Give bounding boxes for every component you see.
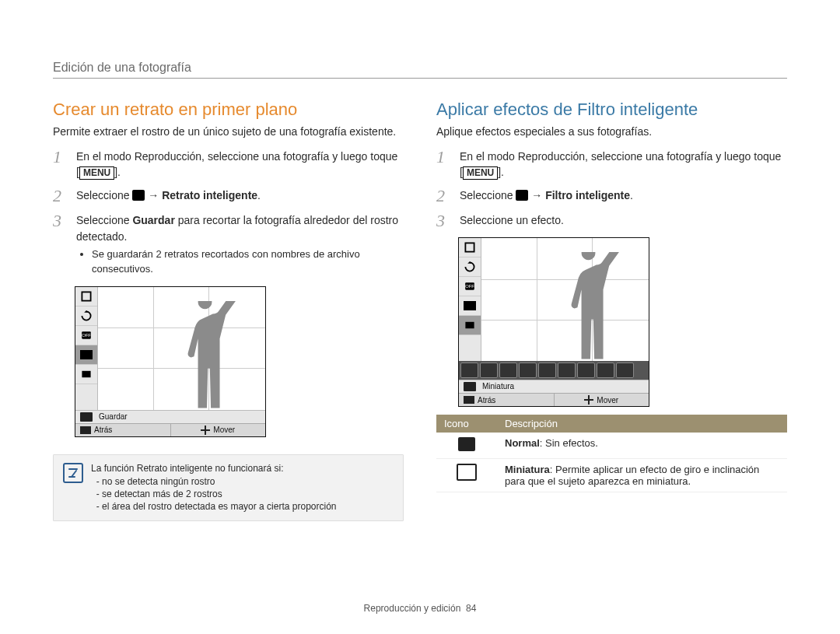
- th-icono: Icono: [436, 415, 497, 433]
- right-steps: 1 En el modo Reproducción, seleccione un…: [436, 149, 787, 230]
- step-body: Seleccione → Retrato inteligente.: [76, 187, 404, 205]
- step-body: En el modo Reproducción, seleccione una …: [460, 149, 787, 180]
- step-number: 1: [53, 149, 67, 180]
- menu-icon: [464, 396, 474, 404]
- step-body: En el modo Reproducción, seleccione una …: [76, 149, 404, 180]
- menu-label: MENU: [79, 166, 114, 179]
- edit-tool-icon: [132, 190, 145, 201]
- camera-status-bar: Atrás Mover: [459, 393, 649, 406]
- save-row-icon: [80, 412, 93, 422]
- person-silhouette-icon: [177, 301, 237, 410]
- left-steps: 1 En el modo Reproducción, seleccione un…: [53, 149, 404, 278]
- person-silhouette-icon: [560, 252, 621, 361]
- svg-rect-4: [82, 371, 90, 377]
- edit-tool-icon: [516, 190, 528, 201]
- rotate-icon: [75, 306, 97, 326]
- svg-rect-0: [82, 292, 90, 300]
- right-column: Aplicar efectos de Filtro inteligente Ap…: [436, 100, 787, 521]
- page-footer: Reproducción y edición 84: [0, 603, 840, 614]
- svg-text:OFF: OFF: [465, 285, 474, 289]
- step-number: 1: [436, 149, 450, 180]
- note-icon: [63, 463, 83, 483]
- camera-label-row: Miniatura: [459, 380, 649, 393]
- filter-icon: [75, 365, 97, 384]
- portrait-icon: [75, 345, 97, 365]
- portrait-icon: [459, 296, 481, 316]
- step-body: Seleccione → Filtro inteligente.: [460, 187, 787, 205]
- menu-icon: [80, 426, 91, 434]
- off-icon: OFF: [75, 326, 97, 345]
- step-sublist: Se guardarán 2 retratos recortados con n…: [92, 247, 404, 277]
- svg-rect-9: [465, 322, 474, 328]
- camera-canvas: [98, 287, 265, 410]
- miniature-effect-icon: [457, 464, 477, 481]
- svg-text:OFF: OFF: [82, 333, 91, 338]
- dpad-icon: [201, 426, 210, 435]
- crop-icon: [75, 287, 97, 306]
- step-number: 3: [436, 212, 450, 229]
- rotate-icon: [459, 257, 481, 277]
- camera-label-row: Guardar: [75, 410, 265, 423]
- normal-effect-icon: [458, 437, 475, 451]
- left-title: Crear un retrato en primer plano: [53, 100, 404, 120]
- note-list: no se detecta ningún rostro se detectan …: [91, 475, 337, 513]
- left-column: Crear un retrato en primer plano Permite…: [53, 100, 404, 521]
- dpad-icon: [584, 395, 593, 405]
- right-lead: Aplique efectos especiales a sus fotogra…: [436, 124, 787, 139]
- icon-description-table: Icono Descripción Normal: Sin efectos. M…: [436, 415, 787, 492]
- step-number: 3: [53, 212, 67, 278]
- camera-screenshot-right: OFF Miniatura: [458, 237, 649, 407]
- camera-icon-bar: [459, 361, 649, 380]
- breadcrumb: Edición de una fotografía: [53, 61, 191, 75]
- off-icon: OFF: [459, 277, 481, 296]
- camera-status-bar: Atrás Mover: [75, 423, 265, 436]
- step-number: 2: [53, 187, 67, 205]
- svg-rect-5: [465, 243, 474, 252]
- step-number: 2: [436, 187, 450, 205]
- right-title: Aplicar efectos de Filtro inteligente: [436, 100, 787, 120]
- left-lead: Permite extraer el rostro de un único su…: [53, 124, 404, 139]
- breadcrumb-rule: [53, 78, 787, 79]
- camera-sidebar: OFF: [75, 287, 98, 410]
- menu-label: MENU: [463, 166, 498, 179]
- table-row: Normal: Sin efectos.: [436, 433, 787, 459]
- crop-icon: [459, 238, 481, 257]
- note-box: La función Retrato inteligente no funcio…: [53, 454, 404, 522]
- step-body: Seleccione un efecto.: [460, 212, 787, 229]
- note-lead: La función Retrato inteligente no funcio…: [91, 463, 337, 474]
- miniature-row-icon: [464, 382, 476, 391]
- th-descripcion: Descripción: [497, 415, 787, 433]
- filter-icon: [459, 316, 481, 335]
- camera-sidebar: OFF: [459, 238, 481, 361]
- camera-screenshot-left: OFF Guardar Atrás Mover: [75, 286, 266, 437]
- table-row: Miniatura: Permite aplicar un efecto de …: [436, 459, 787, 492]
- camera-canvas: [481, 238, 649, 361]
- step-body: Seleccione Guardar para recortar la foto…: [76, 212, 404, 278]
